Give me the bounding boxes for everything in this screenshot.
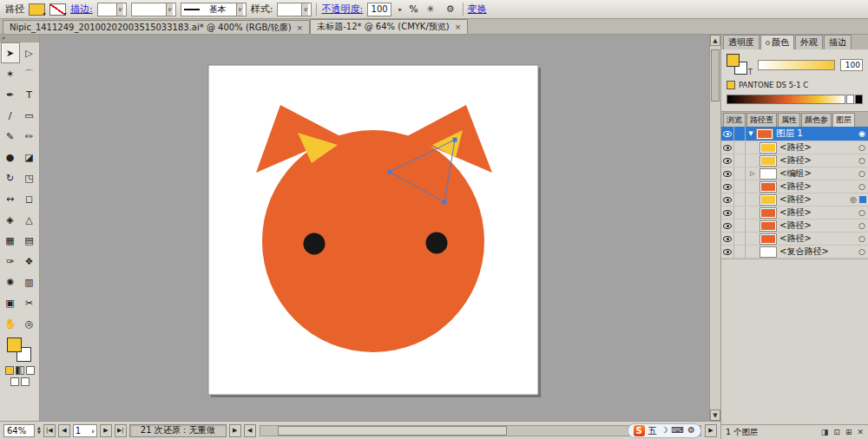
layer-row[interactable]: <路径>○ <box>721 154 868 167</box>
rotate-tool[interactable]: ↻ <box>1 167 20 188</box>
visibility-eye-icon[interactable] <box>723 236 732 242</box>
scroll-right-icon[interactable]: ▶ <box>705 424 717 437</box>
white-chip[interactable] <box>846 95 854 104</box>
black-chip[interactable] <box>855 95 863 104</box>
free-transform-tool[interactable]: ◻ <box>20 188 39 209</box>
tab-navigator[interactable]: 浏览 <box>723 113 746 127</box>
target-circle[interactable]: ○ <box>856 169 868 178</box>
visibility-eye-icon[interactable] <box>723 210 732 216</box>
artboard-tool[interactable]: ▣ <box>1 292 20 313</box>
layer-row[interactable]: <路径>○ <box>721 233 868 246</box>
scale-tool[interactable]: ◳ <box>20 167 39 188</box>
line-segment-tool[interactable]: ∕ <box>1 105 20 126</box>
lock-cell[interactable] <box>734 180 746 193</box>
visibility-eye-icon[interactable] <box>723 171 732 177</box>
vertical-scroll-thumb[interactable] <box>711 49 720 102</box>
zoom-spinner[interactable]: ▲▼ <box>37 426 41 435</box>
draw-normal-icon[interactable] <box>10 377 19 386</box>
tab-color-guide[interactable]: 颜色参 <box>801 113 832 127</box>
visibility-eye-icon[interactable] <box>723 131 732 137</box>
tint-value-input[interactable]: 100 <box>840 59 863 71</box>
stroke-link[interactable]: 描边: <box>70 3 93 16</box>
zoom-tool[interactable]: ◎ <box>20 313 39 334</box>
delete-layer-icon[interactable]: ✕ <box>857 428 864 436</box>
status-readout[interactable]: 21 次还原：无重做 <box>129 424 227 437</box>
panel-fill-swatch[interactable] <box>727 54 740 67</box>
make-mask-icon[interactable]: ◨ <box>821 428 829 436</box>
layer-row[interactable]: <复合路径>○ <box>721 246 868 259</box>
tint-slider[interactable] <box>758 60 835 70</box>
lock-cell[interactable] <box>734 233 746 245</box>
type-tool[interactable]: T <box>20 84 39 105</box>
scroll-left-icon[interactable]: ◀ <box>244 424 256 437</box>
stroke-weight-select[interactable]: ∨ <box>97 3 127 16</box>
opacity-link[interactable]: 不透明度: <box>321 3 363 16</box>
width-tool[interactable]: ↔ <box>1 188 20 209</box>
tint-ramp[interactable] <box>727 95 845 104</box>
lock-cell[interactable] <box>734 167 746 180</box>
expand-triangle[interactable]: ▼ <box>746 130 756 137</box>
expand-triangle[interactable]: ▷ <box>746 170 760 177</box>
document-setup-icon[interactable]: ⚙ <box>443 3 458 16</box>
layer-row[interactable]: <路径>◎ <box>721 193 868 206</box>
vertical-scrollbar[interactable]: ▲ ▼ <box>709 35 720 421</box>
fill-indicator-swatch[interactable] <box>7 337 22 352</box>
draw-behind-icon[interactable] <box>21 377 30 386</box>
tab-color[interactable]: 颜色 <box>760 35 794 49</box>
layer-row-root[interactable]: ▼ 图层 1 ◉ <box>721 127 868 141</box>
document-tab-2[interactable]: 未标题-12* @ 64% (CMYK/预览) × <box>310 19 468 34</box>
anchor-point[interactable] <box>453 138 457 142</box>
lock-cell[interactable] <box>734 127 746 141</box>
target-circle[interactable]: ○ <box>856 182 868 191</box>
magic-wand-tool[interactable]: ✶ <box>1 63 20 84</box>
pencil-tool[interactable]: ✏ <box>20 126 39 147</box>
new-layer-icon[interactable]: ⊞ <box>845 428 852 436</box>
target-circle[interactable]: ○ <box>856 143 868 152</box>
pen-tool[interactable]: ✒ <box>1 84 20 105</box>
previous-artboard-button[interactable]: ◀ <box>58 424 70 437</box>
ime-item[interactable]: ☽ <box>661 425 668 437</box>
hand-tool[interactable]: ✋ <box>1 313 20 334</box>
anchor-point[interactable] <box>443 200 447 205</box>
opacity-dropdown-icon[interactable]: ▸ <box>396 3 404 16</box>
visibility-eye-icon[interactable] <box>723 158 732 164</box>
direct-selection-tool[interactable]: ▷ <box>20 43 39 63</box>
gradient-tool[interactable]: ▤ <box>20 230 39 251</box>
new-sublayer-icon[interactable]: ⊡ <box>833 428 840 436</box>
lock-cell[interactable] <box>734 246 746 258</box>
canvas-area[interactable] <box>40 35 709 421</box>
anchor-point[interactable] <box>388 170 392 174</box>
selection-tool[interactable]: ➤ <box>1 43 20 63</box>
lock-cell[interactable] <box>734 154 746 167</box>
layer-row[interactable]: <路径>○ <box>721 180 868 193</box>
horizontal-scroll-thumb[interactable] <box>278 426 507 436</box>
stroke-color-swatch[interactable]: ▾ <box>49 3 66 16</box>
close-tab-icon[interactable]: × <box>297 23 304 32</box>
target-circle[interactable]: ○ <box>856 208 868 217</box>
ime-item[interactable]: ⌨ <box>672 425 684 437</box>
target-circle[interactable]: ◎ <box>847 195 859 204</box>
visibility-eye-icon[interactable] <box>723 223 732 229</box>
tools-panel-header[interactable]: » <box>0 35 39 43</box>
brush-select[interactable]: ∨ <box>131 3 176 16</box>
cat-right-eye-shape[interactable] <box>426 233 448 254</box>
layer-row[interactable]: ▷<编组>○ <box>721 167 868 180</box>
tab-pathfinder[interactable]: 路径查 <box>746 113 777 127</box>
fill-color-swatch[interactable]: ▾ <box>29 3 45 16</box>
visibility-eye-icon[interactable] <box>723 184 732 190</box>
blend-tool[interactable]: ❖ <box>20 251 39 272</box>
recolor-artwork-icon[interactable]: ✳ <box>423 3 438 16</box>
shape-builder-tool[interactable]: ◈ <box>1 209 20 230</box>
document-tab-1[interactable]: Nipic_1411249_20100202003515033183.ai* @… <box>3 20 310 34</box>
eraser-tool[interactable]: ◪ <box>20 147 39 167</box>
graphic-style-select[interactable]: 基本∨ <box>181 3 247 16</box>
artboard-number-select[interactable]: 1∨ <box>73 424 97 437</box>
slice-tool[interactable]: ✂ <box>20 292 39 313</box>
gradient-mode-icon[interactable] <box>16 366 24 375</box>
visibility-eye-icon[interactable] <box>723 249 732 255</box>
mesh-tool[interactable]: ▦ <box>1 230 20 251</box>
lasso-tool[interactable]: ⌒ <box>20 63 39 84</box>
color-mode-icon[interactable] <box>5 366 14 375</box>
vertical-scroll-track[interactable] <box>710 46 720 410</box>
eyedropper-tool[interactable]: ✑ <box>1 251 20 272</box>
